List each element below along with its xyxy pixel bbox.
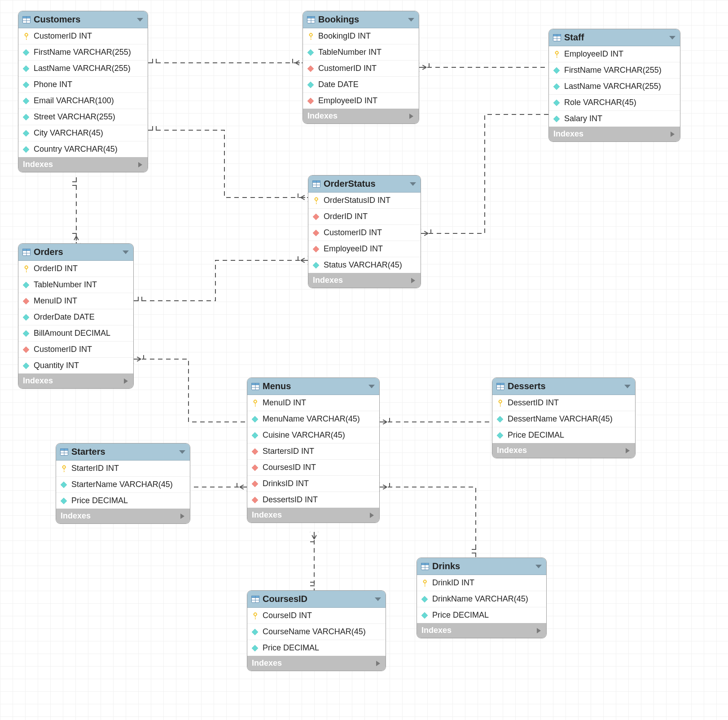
column-orderstatus-1[interactable]: OrderID INT <box>308 209 421 225</box>
table-starters[interactable]: StartersStarterID INTStarterName VARCHAR… <box>56 443 190 524</box>
indexes-section[interactable]: Indexes <box>56 509 190 523</box>
column-customers-4[interactable]: Email VARCHAR(100) <box>18 93 148 109</box>
column-desserts-0[interactable]: DessertID INT <box>492 395 635 411</box>
svg-marker-143 <box>252 629 258 635</box>
column-orders-2[interactable]: MenuID INT <box>18 293 133 309</box>
indexes-section[interactable]: Indexes <box>303 109 419 123</box>
table-header-courses[interactable]: CoursesID <box>247 591 386 608</box>
table-header-menus[interactable]: Menus <box>247 378 379 395</box>
column-menus-1[interactable]: MenuName VARCHAR(45) <box>247 411 379 427</box>
svg-marker-126 <box>497 432 503 439</box>
indexes-section[interactable]: Indexes <box>417 623 546 638</box>
table-header-customers[interactable]: Customers <box>18 11 148 28</box>
column-staff-1[interactable]: FirstName VARCHAR(255) <box>549 62 680 79</box>
indexes-section[interactable]: Indexes <box>549 127 680 141</box>
table-customers[interactable]: CustomersCustomerID INTFirstName VARCHAR… <box>18 11 148 172</box>
column-orders-3[interactable]: OrderDate DATE <box>18 309 133 325</box>
column-customers-0[interactable]: CustomerID INT <box>18 28 148 44</box>
table-header-bookings[interactable]: Bookings <box>303 11 419 28</box>
indexes-section[interactable]: Indexes <box>18 373 133 388</box>
column-orders-5[interactable]: CustomerID INT <box>18 342 133 358</box>
column-drinks-2[interactable]: Price DECIMAL <box>417 607 546 623</box>
column-customers-7[interactable]: Country VARCHAR(45) <box>18 141 148 157</box>
column-orders-1[interactable]: TableNumber INT <box>18 277 133 293</box>
column-customers-3[interactable]: Phone INT <box>18 77 148 93</box>
column-bookings-2[interactable]: CustomerID INT <box>303 61 419 77</box>
indexes-section[interactable]: Indexes <box>18 157 148 172</box>
column-starters-0[interactable]: StarterID INT <box>56 461 190 477</box>
column-desserts-1[interactable]: DessertName VARCHAR(45) <box>492 411 635 427</box>
caret-down-icon <box>375 597 381 601</box>
indexes-section[interactable]: Indexes <box>492 443 635 458</box>
arrow-right-icon <box>124 378 128 384</box>
indexes-label: Indexes <box>313 276 343 285</box>
table-drinks[interactable]: DrinksDrinkID INTDrinkName VARCHAR(45)Pr… <box>417 558 547 638</box>
column-bookings-4[interactable]: EmployeeID INT <box>303 93 419 109</box>
column-staff-4[interactable]: Salary INT <box>549 111 680 127</box>
column-courses-0[interactable]: CourseID INT <box>247 608 386 624</box>
table-bookings[interactable]: BookingsBookingID INTTableNumber INTCust… <box>303 11 419 124</box>
column-orderstatus-4[interactable]: Status VARCHAR(45) <box>308 257 421 273</box>
column-staff-2[interactable]: LastName VARCHAR(255) <box>549 79 680 95</box>
column-courses-2[interactable]: Price DECIMAL <box>247 640 386 656</box>
table-desserts[interactable]: DessertsDessertID INTDessertName VARCHAR… <box>492 378 636 458</box>
column-bookings-3[interactable]: Date DATE <box>303 77 419 93</box>
column-orders-4[interactable]: BillAmount DECIMAL <box>18 325 133 342</box>
arrow-right-icon <box>411 278 415 283</box>
table-header-starters[interactable]: Starters <box>56 443 190 461</box>
table-menus[interactable]: MenusMenuID INTMenuName VARCHAR(45)Cuisi… <box>247 378 380 523</box>
svg-line-14 <box>421 229 428 233</box>
column-staff-3[interactable]: Role VARCHAR(45) <box>549 95 680 111</box>
column-drinks-1[interactable]: DrinkName VARCHAR(45) <box>417 591 546 607</box>
column-courses-1[interactable]: CourseName VARCHAR(45) <box>247 624 386 640</box>
column-orders-6[interactable]: Quantity INT <box>18 358 133 373</box>
column-label: EmployeeID INT <box>564 49 623 58</box>
column-bookings-0[interactable]: BookingID INT <box>303 28 419 44</box>
column-menus-3[interactable]: StartersID INT <box>247 443 379 460</box>
caret-down-icon <box>137 18 143 22</box>
table-header-orders[interactable]: Orders <box>18 244 133 261</box>
column-customers-2[interactable]: LastName VARCHAR(255) <box>18 61 148 77</box>
column-menus-4[interactable]: CoursesID INT <box>247 460 379 476</box>
table-header-desserts[interactable]: Desserts <box>492 378 635 395</box>
column-customers-6[interactable]: City VARCHAR(45) <box>18 125 148 141</box>
column-label: Email VARCHAR(100) <box>34 96 114 105</box>
column-customers-1[interactable]: FirstName VARCHAR(255) <box>18 44 148 61</box>
indexes-section[interactable]: Indexes <box>247 656 386 671</box>
column-bookings-1[interactable]: TableNumber INT <box>303 44 419 61</box>
table-header-orderstatus[interactable]: OrderStatus <box>308 176 421 193</box>
indexes-section[interactable]: Indexes <box>247 508 379 522</box>
column-label: LastName VARCHAR(255) <box>564 82 661 91</box>
column-orders-0[interactable]: OrderID INT <box>18 261 133 277</box>
table-header-staff[interactable]: Staff <box>549 29 680 46</box>
table-orders[interactable]: OrdersOrderID INTTableNumber INTMenuID I… <box>18 243 134 389</box>
column-staff-0[interactable]: EmployeeID INT <box>549 46 680 62</box>
column-orderstatus-0[interactable]: OrderStatusID INT <box>308 193 421 209</box>
column-customers-5[interactable]: Street VARCHAR(255) <box>18 109 148 125</box>
svg-marker-84 <box>307 98 314 104</box>
column-label: DessertsID INT <box>263 495 318 504</box>
column-menus-6[interactable]: DessertsID INT <box>247 492 379 508</box>
table-courses[interactable]: CoursesIDCourseID INTCourseName VARCHAR(… <box>247 590 386 671</box>
svg-marker-82 <box>307 66 314 72</box>
column-drinks-0[interactable]: DrinkID INT <box>417 575 546 591</box>
column-orderstatus-2[interactable]: CustomerID INT <box>308 225 421 241</box>
column-starters-1[interactable]: StarterName VARCHAR(45) <box>56 477 190 493</box>
svg-line-42 <box>380 418 387 422</box>
indexes-section[interactable]: Indexes <box>308 273 421 288</box>
svg-marker-144 <box>252 645 258 651</box>
columns: EmployeeID INTFirstName VARCHAR(255)Last… <box>549 46 680 127</box>
column-orderstatus-3[interactable]: EmployeeID INT <box>308 241 421 257</box>
column-desserts-2[interactable]: Price DECIMAL <box>492 427 635 443</box>
column-label: DessertID INT <box>508 398 559 407</box>
table-orderstatus[interactable]: OrderStatusOrderStatusID INTOrderID INTC… <box>308 175 421 288</box>
indexes-label: Indexes <box>252 510 282 519</box>
table-header-drinks[interactable]: Drinks <box>417 558 546 575</box>
svg-line-55 <box>380 487 387 491</box>
column-starters-2[interactable]: Price DECIMAL <box>56 493 190 509</box>
column-menus-0[interactable]: MenuID INT <box>247 395 379 411</box>
column-menus-5[interactable]: DrinksID INT <box>247 476 379 492</box>
table-staff[interactable]: StaffEmployeeID INTFirstName VARCHAR(255… <box>548 29 680 142</box>
column-menus-2[interactable]: Cuisine VARCHAR(45) <box>247 427 379 443</box>
column-label: OrderDate DATE <box>34 312 95 321</box>
